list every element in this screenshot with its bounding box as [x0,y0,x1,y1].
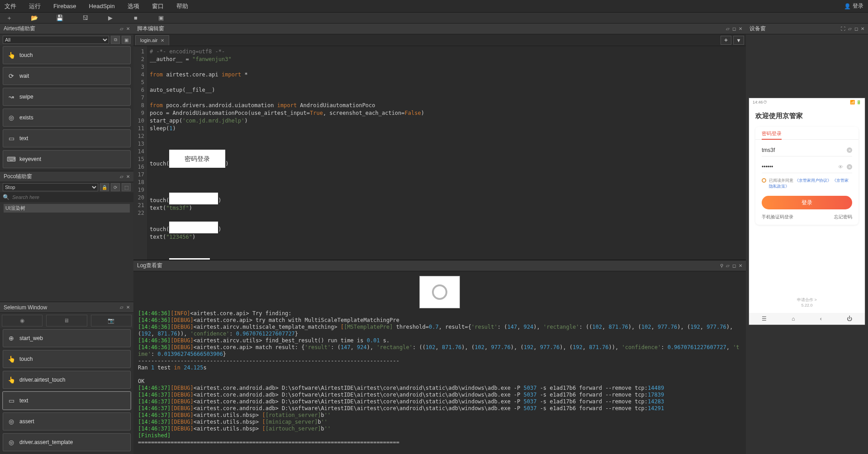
record-icon[interactable]: ⬚ [122,183,131,191]
undock-icon[interactable]: ▱ [120,26,123,31]
device-panel-header: 设备窗 ⛶ ▱ ◻ ✕ [746,24,868,34]
undock-icon[interactable]: ▱ [726,26,730,31]
action-touch[interactable]: 👆 touch [3,46,131,64]
new-icon[interactable]: ＋ [5,14,14,22]
log-panel-header: Log查看窗 ⚲ ▱ ◻ ✕ [133,260,746,271]
report-icon[interactable]: ▣ [157,14,166,21]
menu-help[interactable]: 帮助 [176,2,188,10]
sms-login-link[interactable]: 手机验证码登录 [762,214,793,220]
save-all-icon[interactable]: 🖫 [81,14,90,21]
right-column: 设备窗 ⛶ ▱ ◻ ✕ 14:46 ⏱ 📶 🔋 欢迎使用京管家 [746,24,868,454]
wait-icon: ⟳ [8,72,15,80]
selenium-action-list: ⊕ start_web 👆 touch 👆 driver.airtest_tou… [0,328,133,454]
undock-icon[interactable]: ▱ [120,305,123,310]
menu-icon[interactable]: ☰ [762,316,767,322]
main-toolbar: ＋ 📂 💾 🖫 ▶ ■ ▣ [0,13,868,24]
log-body[interactable]: [14:46:36][INFO]<airtest.core.api> Try f… [133,271,746,454]
tab-login-air[interactable]: login.air ✕ [135,35,169,45]
filter-icon[interactable]: ⚲ [720,263,723,268]
action-text[interactable]: ▭ text [3,392,131,410]
template-image-password-login[interactable]: 密码登录 [169,150,225,168]
poco-search-input[interactable] [12,193,131,201]
action-text[interactable]: ▭ text [3,129,131,147]
maximize-icon[interactable]: ◻ [732,263,736,268]
lock-icon[interactable]: 🔒 [100,183,109,191]
maximize-icon[interactable]: ◻ [732,26,736,31]
apply-link[interactable]: 申请合作 > [755,297,859,303]
poco-mode-select[interactable]: Stop [3,183,98,191]
selenium-btn-1[interactable]: ◉ [2,315,43,326]
menu-options[interactable]: 选项 [128,2,139,10]
start-web-icon: ⊕ [8,335,15,342]
airtest-filter-select[interactable]: All [3,36,109,44]
close-icon[interactable]: ✕ [739,26,742,31]
code-lines: # -*- encoding=utf8 -*- __author__ = "fa… [147,46,746,260]
clear-icon[interactable]: ✕ [847,147,852,153]
stop-icon[interactable]: ■ [131,14,140,21]
undock-icon[interactable]: ▱ [726,263,730,268]
phone-time: 14:46 [753,100,763,104]
new-tab-button[interactable]: ＋ [721,36,731,45]
selenium-btn-3[interactable]: 📷 [91,315,132,326]
tab-menu-button[interactable]: ▾ [733,36,744,45]
expand-icon[interactable]: ⛶ [841,26,845,31]
close-icon[interactable]: ✕ [126,26,130,31]
run-icon[interactable]: ▶ [106,14,115,21]
password-input[interactable] [762,164,838,170]
menu-window[interactable]: 窗口 [152,2,164,10]
action-keyevent[interactable]: ⌨ keyevent [3,150,131,168]
assert-icon: ◎ [8,418,15,425]
refresh-icon[interactable]: ⟳ [111,183,120,191]
tab-password-login[interactable]: 密码登录 [762,130,782,140]
tree-node-root[interactable]: UI渲染树 [4,204,130,213]
action-wait[interactable]: ⟳ wait [3,67,131,85]
selenium-btn-2[interactable]: 🖥 [46,315,87,326]
snapshot-icon[interactable]: ▣ [122,36,131,44]
action-touch[interactable]: 👆 touch [3,350,131,368]
login-button[interactable]: 👤 登录 [844,2,863,10]
menu-file[interactable]: 文件 [5,2,16,10]
poco-toolbar: Stop 🔒 ⟳ ⬚ [0,182,133,192]
action-assert[interactable]: ◎ assert [3,412,131,430]
poco-tree[interactable]: UI渲染树 [0,202,133,302]
code-editor[interactable]: 12345678910111213141516171819202122 # -*… [133,46,746,260]
clear-icon[interactable]: ✕ [847,164,852,170]
menu-headspin[interactable]: HeadSpin [89,3,115,9]
tab-close-icon[interactable]: ✕ [161,38,164,43]
power-icon[interactable]: ⏻ [847,316,852,322]
home-icon[interactable]: ⌂ [792,316,795,322]
menu-run[interactable]: 运行 [29,2,41,10]
action-exists[interactable]: ◎ exists [3,109,131,127]
template-image-password[interactable] [169,222,218,233]
airtest-panel-title: Airtest辅助窗 [4,25,35,33]
eye-icon[interactable]: 👁 [838,164,843,170]
maximize-icon[interactable]: ◻ [854,26,858,31]
selenium-panel: Selenium Window ▱ ✕ ◉ 🖥 📷 ⊕ start_web 👆 … [0,302,133,454]
menu-firebase[interactable]: Firebase [53,3,76,9]
save-icon[interactable]: 💾 [55,14,64,21]
poco-panel-header: Poco辅助窗 ▱ ✕ [0,171,133,182]
close-icon[interactable]: ✕ [126,305,130,310]
agreement-row: 已阅读并同意 《京管家用户协议》 《京管家隐私政策》 [755,173,859,189]
phone-screen[interactable]: 14:46 ⏱ 📶 🔋 欢迎使用京管家 密码登录 ✕ [749,98,865,325]
close-icon[interactable]: ✕ [126,174,130,179]
action-driver-airtest-touch[interactable]: 👆 driver.airtest_touch [3,371,131,389]
tab-bar: login.air ✕ ＋ ▾ [133,34,746,46]
login-button[interactable]: 登录 [762,196,852,209]
close-icon[interactable]: ✕ [861,26,864,31]
open-icon[interactable]: 📂 [30,14,39,21]
action-swipe[interactable]: ↝ swipe [3,88,131,106]
template-image-username[interactable] [169,193,218,204]
user-agreement-link[interactable]: 《京管家用户协议》 [795,178,831,183]
username-input[interactable] [762,147,847,153]
menubar: 文件 运行 Firebase HeadSpin 选项 窗口 帮助 👤 登录 [0,0,868,13]
record-icon[interactable]: ⧉ [111,36,120,44]
undock-icon[interactable]: ▱ [848,26,852,31]
action-driver-assert-template[interactable]: ◎ driver.assert_template [3,433,131,451]
close-icon[interactable]: ✕ [739,263,742,268]
back-icon[interactable]: ‹ [820,316,822,322]
forgot-password-link[interactable]: 忘记密码 [834,214,852,220]
undock-icon[interactable]: ▱ [120,174,123,179]
agreement-radio[interactable] [762,178,766,183]
action-start-web[interactable]: ⊕ start_web [3,329,131,347]
